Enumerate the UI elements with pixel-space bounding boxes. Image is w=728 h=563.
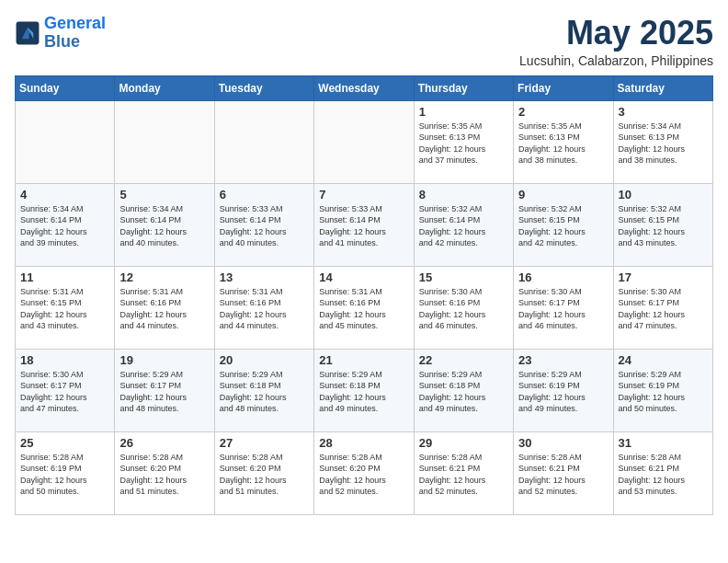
day-info: Sunrise: 5:34 AM Sunset: 6:14 PM Dayligh…	[119, 203, 209, 249]
day-info: Sunrise: 5:28 AM Sunset: 6:21 PM Dayligh…	[518, 452, 608, 498]
calendar-cell: 12Sunrise: 5:31 AM Sunset: 6:16 PM Dayli…	[115, 266, 214, 349]
day-info: Sunrise: 5:35 AM Sunset: 6:13 PM Dayligh…	[419, 121, 508, 167]
calendar-cell: 22Sunrise: 5:29 AM Sunset: 6:18 PM Dayli…	[414, 349, 513, 431]
calendar-week-row: 4Sunrise: 5:34 AM Sunset: 6:14 PM Daylig…	[16, 183, 713, 266]
day-number: 11	[20, 270, 109, 284]
day-info: Sunrise: 5:29 AM Sunset: 6:19 PM Dayligh…	[619, 369, 708, 415]
day-number: 14	[319, 270, 408, 284]
calendar-cell: 28Sunrise: 5:28 AM Sunset: 6:20 PM Dayli…	[314, 431, 414, 514]
day-number: 6	[220, 188, 309, 201]
day-number: 8	[419, 188, 508, 201]
weekday-header-monday: Monday	[115, 75, 214, 100]
calendar-week-row: 18Sunrise: 5:30 AM Sunset: 6:17 PM Dayli…	[16, 349, 713, 431]
day-number: 7	[319, 188, 408, 201]
calendar-cell: 24Sunrise: 5:29 AM Sunset: 6:19 PM Dayli…	[613, 349, 712, 431]
day-number: 9	[518, 188, 608, 201]
logo-icon	[15, 20, 40, 46]
calendar-cell: 18Sunrise: 5:30 AM Sunset: 6:17 PM Dayli…	[16, 349, 115, 431]
calendar-cell: 8Sunrise: 5:32 AM Sunset: 6:14 PM Daylig…	[414, 183, 513, 266]
calendar-cell: 14Sunrise: 5:31 AM Sunset: 6:16 PM Dayli…	[314, 266, 414, 349]
calendar-cell: 11Sunrise: 5:31 AM Sunset: 6:15 PM Dayli…	[16, 266, 115, 349]
day-info: Sunrise: 5:29 AM Sunset: 6:18 PM Dayligh…	[220, 369, 309, 415]
day-number: 29	[419, 436, 508, 450]
calendar-cell	[115, 100, 214, 183]
day-info: Sunrise: 5:29 AM Sunset: 6:18 PM Dayligh…	[419, 369, 508, 415]
day-info: Sunrise: 5:30 AM Sunset: 6:17 PM Dayligh…	[619, 286, 708, 332]
day-number: 4	[20, 188, 109, 201]
calendar-week-row: 11Sunrise: 5:31 AM Sunset: 6:15 PM Dayli…	[16, 266, 713, 349]
calendar-header-row: SundayMondayTuesdayWednesdayThursdayFrid…	[16, 75, 713, 100]
day-number: 21	[319, 353, 408, 367]
day-info: Sunrise: 5:28 AM Sunset: 6:19 PM Dayligh…	[20, 452, 109, 498]
day-number: 12	[119, 270, 209, 284]
calendar-cell: 15Sunrise: 5:30 AM Sunset: 6:16 PM Dayli…	[414, 266, 513, 349]
weekday-header-friday: Friday	[514, 75, 613, 100]
calendar-cell: 21Sunrise: 5:29 AM Sunset: 6:18 PM Dayli…	[314, 349, 414, 431]
weekday-header-sunday: Sunday	[16, 75, 115, 100]
day-number: 23	[518, 353, 608, 367]
title-block: May 2025 Lucsuhin, Calabarzon, Philippin…	[519, 15, 713, 68]
day-info: Sunrise: 5:28 AM Sunset: 6:20 PM Dayligh…	[119, 452, 209, 498]
day-number: 17	[619, 270, 708, 284]
day-info: Sunrise: 5:33 AM Sunset: 6:14 PM Dayligh…	[220, 203, 309, 249]
day-number: 27	[220, 436, 309, 450]
day-info: Sunrise: 5:32 AM Sunset: 6:15 PM Dayligh…	[518, 203, 608, 249]
day-number: 24	[619, 353, 708, 367]
calendar-cell: 17Sunrise: 5:30 AM Sunset: 6:17 PM Dayli…	[613, 266, 712, 349]
day-number: 28	[319, 436, 408, 450]
logo-text: General Blue	[44, 15, 106, 52]
day-number: 31	[619, 436, 708, 450]
calendar-cell: 1Sunrise: 5:35 AM Sunset: 6:13 PM Daylig…	[414, 100, 513, 183]
day-info: Sunrise: 5:31 AM Sunset: 6:15 PM Dayligh…	[20, 286, 109, 332]
day-number: 10	[619, 188, 708, 201]
day-info: Sunrise: 5:28 AM Sunset: 6:20 PM Dayligh…	[319, 452, 408, 498]
day-number: 26	[119, 436, 209, 450]
calendar-week-row: 25Sunrise: 5:28 AM Sunset: 6:19 PM Dayli…	[16, 431, 713, 514]
calendar-cell: 16Sunrise: 5:30 AM Sunset: 6:17 PM Dayli…	[514, 266, 613, 349]
day-number: 16	[518, 270, 608, 284]
day-info: Sunrise: 5:32 AM Sunset: 6:15 PM Dayligh…	[619, 203, 708, 249]
day-number: 15	[419, 270, 508, 284]
day-info: Sunrise: 5:30 AM Sunset: 6:17 PM Dayligh…	[20, 369, 109, 415]
day-info: Sunrise: 5:28 AM Sunset: 6:21 PM Dayligh…	[619, 452, 708, 498]
page-header: General Blue May 2025 Lucsuhin, Calabarz…	[15, 15, 713, 68]
day-info: Sunrise: 5:31 AM Sunset: 6:16 PM Dayligh…	[119, 286, 209, 332]
day-info: Sunrise: 5:34 AM Sunset: 6:13 PM Dayligh…	[619, 121, 708, 167]
day-number: 25	[20, 436, 109, 450]
calendar-cell: 26Sunrise: 5:28 AM Sunset: 6:20 PM Dayli…	[115, 431, 214, 514]
calendar-cell: 10Sunrise: 5:32 AM Sunset: 6:15 PM Dayli…	[613, 183, 712, 266]
weekday-header-wednesday: Wednesday	[314, 75, 414, 100]
calendar-cell: 13Sunrise: 5:31 AM Sunset: 6:16 PM Dayli…	[214, 266, 313, 349]
day-number: 1	[419, 105, 508, 119]
weekday-header-thursday: Thursday	[414, 75, 513, 100]
day-number: 5	[119, 188, 209, 201]
day-number: 22	[419, 353, 508, 367]
calendar-cell: 30Sunrise: 5:28 AM Sunset: 6:21 PM Dayli…	[514, 431, 613, 514]
calendar-cell: 9Sunrise: 5:32 AM Sunset: 6:15 PM Daylig…	[514, 183, 613, 266]
day-number: 30	[518, 436, 608, 450]
day-number: 2	[518, 105, 608, 119]
logo: General Blue	[15, 15, 106, 52]
location-subtitle: Lucsuhin, Calabarzon, Philippines	[519, 53, 713, 68]
day-info: Sunrise: 5:29 AM Sunset: 6:19 PM Dayligh…	[518, 369, 608, 415]
day-number: 19	[119, 353, 209, 367]
calendar-cell: 19Sunrise: 5:29 AM Sunset: 6:17 PM Dayli…	[115, 349, 214, 431]
calendar-week-row: 1Sunrise: 5:35 AM Sunset: 6:13 PM Daylig…	[16, 100, 713, 183]
weekday-header-tuesday: Tuesday	[214, 75, 313, 100]
calendar-cell	[214, 100, 313, 183]
day-info: Sunrise: 5:31 AM Sunset: 6:16 PM Dayligh…	[220, 286, 309, 332]
day-info: Sunrise: 5:35 AM Sunset: 6:13 PM Dayligh…	[518, 121, 608, 167]
day-info: Sunrise: 5:32 AM Sunset: 6:14 PM Dayligh…	[419, 203, 508, 249]
day-number: 3	[619, 105, 708, 119]
calendar-cell: 23Sunrise: 5:29 AM Sunset: 6:19 PM Dayli…	[514, 349, 613, 431]
day-info: Sunrise: 5:30 AM Sunset: 6:17 PM Dayligh…	[518, 286, 608, 332]
day-info: Sunrise: 5:30 AM Sunset: 6:16 PM Dayligh…	[419, 286, 508, 332]
month-title: May 2025	[519, 15, 713, 52]
calendar-cell: 27Sunrise: 5:28 AM Sunset: 6:20 PM Dayli…	[214, 431, 313, 514]
day-info: Sunrise: 5:34 AM Sunset: 6:14 PM Dayligh…	[20, 203, 109, 249]
calendar-cell: 25Sunrise: 5:28 AM Sunset: 6:19 PM Dayli…	[16, 431, 115, 514]
day-number: 20	[220, 353, 309, 367]
day-info: Sunrise: 5:29 AM Sunset: 6:18 PM Dayligh…	[319, 369, 408, 415]
calendar-cell: 31Sunrise: 5:28 AM Sunset: 6:21 PM Dayli…	[613, 431, 712, 514]
calendar-table: SundayMondayTuesdayWednesdayThursdayFrid…	[15, 75, 713, 515]
